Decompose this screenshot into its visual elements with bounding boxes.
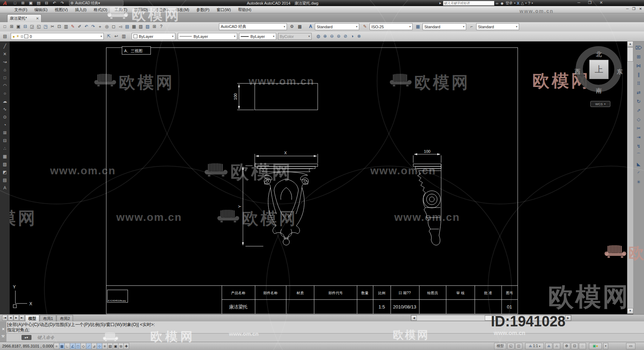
freeze-icon[interactable]: ⊜ [335,33,342,40]
viewcube-wcs-menu[interactable]: WCS▾ [590,101,610,107]
qat-saveas-icon[interactable]: ▤ [36,0,42,6]
trim-icon[interactable]: ✂ [633,124,644,133]
viewcube-west[interactable]: 西 [575,68,580,76]
spline-icon[interactable]: ∿ [0,105,10,113]
viewcube-top-face[interactable]: 上 [589,60,609,79]
array-icon[interactable]: ⠿ [633,79,644,88]
tab-close-icon[interactable]: ✕ [36,16,39,20]
tab-nav-prev[interactable]: ◀ [8,315,13,321]
lineweight-combo[interactable]: ByLayer▾ [239,33,276,40]
status-toggle[interactable]: ⌗ [54,343,59,349]
text-style-combo[interactable]: Standard▾ [315,23,359,30]
search-input[interactable] [443,1,494,6]
qat-new-icon[interactable]: □ [12,0,18,6]
status-menu-caret[interactable]: ▾ [603,343,608,349]
layout-tab[interactable]: 布局2 [57,315,73,322]
region-icon[interactable]: ◩ [0,168,10,176]
qat-open-icon[interactable]: ⊞ [20,0,26,6]
lock-layer-icon[interactable]: ◑ [349,33,356,40]
layer-manager-icon[interactable]: ▤ [1,33,9,40]
scroll-right-button[interactable]: ▶ [565,315,571,321]
layer-previous-icon[interactable]: ↩ [113,33,120,40]
stretch-icon[interactable]: ◇ [633,115,644,124]
status-toggle[interactable]: ∠ [70,343,75,349]
scroll-left-button[interactable]: ◀ [411,315,417,321]
ellipse-arc-icon[interactable]: ◔ [0,121,10,129]
layer-states-icon[interactable]: ▥ [120,33,127,40]
communication-center-icon[interactable]: △ [521,1,524,5]
document-tab[interactable]: 康洁梁托* ✕ [7,14,42,22]
command-input-row[interactable]: ▸▾ 键入命令 [6,333,644,342]
make-layer-current-icon[interactable]: ⇱ [105,33,112,40]
model-space-button[interactable]: 模型 [494,343,506,349]
status-toggle[interactable]: ◇ [80,343,86,349]
hatch-icon[interactable]: ▦ [0,152,10,160]
status-toggle[interactable]: ≡ [102,343,108,349]
layout-tab[interactable]: 布局1 [40,315,56,322]
linetype-combo[interactable]: ByLayer▾ [178,33,237,40]
user-icon[interactable]: ☻ [500,1,504,5]
restore-button[interactable]: ❐ [588,0,592,5]
menu-tools[interactable]: 工具(T) [111,6,131,13]
scale-icon[interactable]: ⇗ [633,106,644,115]
viewport-freeze-icon[interactable]: ◍ [315,33,322,40]
doc-close-button[interactable]: ✕ [639,7,642,11]
caret-icon[interactable]: ▾ [514,2,516,5]
status-toggle[interactable]: ▧ [107,343,113,349]
trusted-autodesk-icons[interactable]: ▣● [589,343,602,349]
status-toggle[interactable]: ▣ [113,343,118,349]
menu-format[interactable]: 格式(O) [90,6,111,13]
qat-undo-icon[interactable]: ↶ [52,0,57,6]
make-block-icon[interactable]: ⊟ [0,137,10,145]
collapse-arrow-icon[interactable]: ▸ [439,1,441,5]
close-button[interactable]: ✕ [600,0,603,5]
viewcube-north[interactable]: 北 [596,51,602,58]
qat-redo-icon[interactable]: ↷ [59,0,65,6]
status-toggle[interactable]: ⊿ [91,343,97,349]
menu-dimension[interactable]: 标注(N) [151,6,172,13]
arc-icon[interactable]: ◠ [0,82,10,89]
menu-edit[interactable]: 编辑(E) [31,6,51,13]
circle-icon[interactable]: ○ [0,89,10,97]
rotate-icon[interactable]: ↻ [633,97,644,106]
ellipse-icon[interactable]: ⊙ [0,113,10,121]
delete-layer-icon[interactable]: ⊗ [356,33,362,40]
join-icon[interactable]: ⌒ [633,151,644,160]
menu-file[interactable]: 文件(F) [11,6,31,13]
insert-block-icon[interactable]: ⊞ [0,129,10,137]
scroll-up-button[interactable]: ▲ [627,41,633,47]
lock-ui-icon[interactable]: ⊡ [571,343,578,349]
copy-object-icon[interactable]: ⊞ [633,52,644,61]
doc-restore-button[interactable]: ❐ [632,7,635,11]
quick-view-drawings-icon[interactable]: ◫ [515,343,522,349]
status-toggle[interactable]: ∟ [64,343,70,349]
clean-screen-button[interactable]: ▭ [626,343,635,349]
status-toggle[interactable]: ▦ [59,343,65,349]
status-toggle[interactable]: ⊹ [97,343,102,349]
break-icon[interactable]: ↯ [633,142,644,151]
viewcube-south[interactable]: 南 [596,87,602,95]
scrollbar-thumb[interactable] [627,47,633,62]
extend-icon[interactable]: ⇥ [633,133,644,142]
autocad-logo-icon[interactable]: A [1,0,9,6]
unisolate-icon[interactable]: ⊖ [328,33,335,40]
qat-plot-icon[interactable]: ⊟ [44,0,49,6]
chamfer-icon[interactable]: ◣ [633,160,644,169]
help-icon[interactable]: ? [528,1,530,5]
menu-view[interactable]: 视图(V) [51,6,72,13]
tab-nav-first[interactable]: |◀ [2,315,8,321]
minimize-button[interactable]: ─ [577,0,580,5]
status-toggle[interactable]: ⟋ [86,343,92,349]
menu-parametric[interactable]: 参数(P) [193,6,213,13]
workspace-gear-icon[interactable]: ⚙ [563,343,570,349]
vertical-scrollbar[interactable]: ▲ ▼ [627,41,633,314]
workspace-save-icon[interactable]: ▩ [296,23,303,30]
quick-view-layouts-icon[interactable]: ◱ [507,343,514,349]
revcloud-icon[interactable]: ☁ [0,97,10,105]
dim-style-combo[interactable]: ISO-25▾ [370,23,413,30]
autoscale-icon[interactable]: ⟁ [553,343,560,349]
tab-nav-next[interactable]: ▶ [14,315,19,321]
layout-tab[interactable]: 模型 [25,315,39,322]
move-icon[interactable]: ⇄ [633,88,644,97]
point-icon[interactable]: ∴ [0,145,10,152]
